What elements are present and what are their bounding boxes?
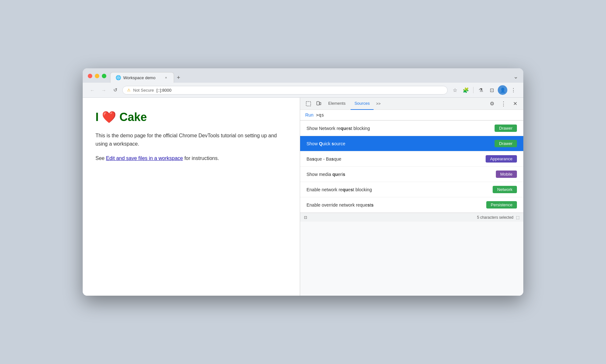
command-label: Show Network request blocking [307,126,495,131]
command-row[interactable]: Enable override network requestsPersiste… [300,197,523,213]
traffic-lights [88,74,106,81]
tab-overflow-button[interactable]: ⌄ [513,73,518,83]
reload-button[interactable]: ↺ [111,86,120,95]
status-text: 5 characters selected [477,215,513,220]
settings-button[interactable]: ⚙ [488,99,496,108]
devtools-statusbar: ⊡ 5 characters selected ⬚ [300,213,523,222]
body-suffix: for instructions. [184,155,219,161]
heading-prefix: I [95,110,99,124]
tabs-area: 🌐 Workspace demo × + ⌄ [110,72,518,83]
command-query[interactable]: >qs [316,112,324,118]
webpage-content: I ❤️ Cake This is the demo page for the … [83,98,300,296]
command-row[interactable]: Basque - BasqueAppearance [300,151,523,167]
run-label[interactable]: Run [305,112,314,118]
command-badge[interactable]: Mobile [496,171,517,178]
more-tabs-button[interactable]: >> [375,102,382,106]
profile-button[interactable]: 👤 [498,85,507,95]
workspace-link[interactable]: Edit and save files in a workspace [106,155,183,161]
page-body-text2: See Edit and save files in a workspace f… [95,154,287,163]
maximize-button[interactable] [102,74,106,78]
split-screen-button[interactable]: ⊡ [487,85,496,95]
address-bar[interactable]: ⚠ Not Secure [::]:8000 [122,86,448,95]
bookmark-button[interactable]: ☆ [450,85,460,95]
command-label: Show Quick source [307,141,495,146]
command-results: Show Network request blockingDrawerShow … [300,121,523,213]
device-toggle-button[interactable] [314,99,323,108]
back-button[interactable]: ← [88,86,97,95]
tab-sources[interactable]: Sources [351,98,374,110]
command-label: Enable network request blocking [307,187,493,192]
active-tab[interactable]: 🌐 Workspace demo × [110,72,174,83]
page-heading: I ❤️ Cake [95,110,287,124]
browser-window: 🌐 Workspace demo × + ⌄ ← → ↺ ⚠ Not Secur… [83,68,523,296]
menu-button[interactable]: ⋮ [509,85,518,95]
close-button[interactable] [88,74,92,78]
nav-divider [473,87,473,93]
tab-close-button[interactable]: × [163,75,169,80]
svg-rect-0 [306,102,311,106]
statusbar-action-icon[interactable]: ⬚ [516,215,519,220]
command-badge[interactable]: Drawer [495,140,517,147]
body-prefix: See [95,155,104,161]
page-body-text1: This is the demo page for the official C… [95,132,287,148]
security-warning-icon: ⚠ [127,88,131,92]
devtools-panel: Elements Sources >> ⚙ ⋮ ✕ Run >qs Show N… [300,98,523,296]
svg-rect-2 [320,102,321,105]
svg-rect-1 [317,102,319,105]
inspector-toggle-button[interactable] [304,99,313,108]
address-text: [::]:8000 [156,88,171,93]
command-label: Show media queris [307,172,496,177]
command-row[interactable]: Show media querisMobile [300,167,523,182]
title-bar: 🌐 Workspace demo × + ⌄ [83,68,523,83]
new-tab-button[interactable]: + [174,73,183,82]
command-badge[interactable]: Appearance [486,155,517,163]
status-icon: ⊡ [304,215,307,220]
nav-actions: ☆ 🧩 ⚗ ⊡ 👤 ⋮ [450,85,518,95]
tab-favicon-icon: 🌐 [116,75,121,80]
command-row[interactable]: Show Network request blockingDrawer [300,121,523,136]
tab-elements[interactable]: Elements [324,98,349,110]
heart-emoji: ❤️ [102,110,116,124]
command-label: Basque - Basque [307,156,486,162]
content-area: I ❤️ Cake This is the demo page for the … [83,98,523,296]
command-palette: Run >qs [300,110,523,121]
heading-word: Cake [119,110,147,124]
command-badge[interactable]: Drawer [495,125,517,132]
command-label: Enable override network requests [307,202,486,208]
minimize-button[interactable] [95,74,99,78]
command-badge[interactable]: Network [493,186,517,193]
forward-button[interactable]: → [99,86,108,95]
extensions-button[interactable]: 🧩 [461,85,471,95]
command-search-bar: Run >qs [300,110,523,120]
navigation-bar: ← → ↺ ⚠ Not Secure [::]:8000 ☆ 🧩 ⚗ ⊡ 👤 ⋮ [83,83,523,98]
devtools-toolbar: Elements Sources >> ⚙ ⋮ ✕ [300,98,523,110]
command-row[interactable]: Enable network request blockingNetwork [300,182,523,197]
devtools-menu-button[interactable]: ⋮ [499,99,508,108]
command-row[interactable]: Show Quick sourceDrawer [300,136,523,151]
devtools-close-button[interactable]: ✕ [511,99,519,108]
not-secure-label: Not Secure [133,88,154,93]
labs-button[interactable]: ⚗ [476,85,486,95]
command-badge[interactable]: Persistence [486,201,517,209]
tab-title: Workspace demo [123,75,161,80]
